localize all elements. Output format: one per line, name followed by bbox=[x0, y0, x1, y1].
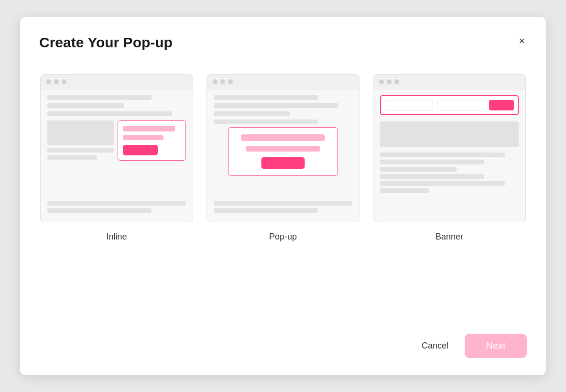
content-line bbox=[214, 111, 290, 116]
dialog-footer: Cancel Next bbox=[39, 334, 527, 358]
dialog-title: Create Your Pop-up bbox=[39, 34, 173, 51]
banner-image-block bbox=[380, 121, 519, 147]
inline-mockup bbox=[40, 74, 193, 222]
option-banner[interactable]: Banner bbox=[373, 74, 526, 315]
dot-1 bbox=[213, 79, 218, 84]
options-row: Inline bbox=[39, 74, 527, 315]
browser-bar-banner bbox=[373, 75, 525, 89]
content-line bbox=[47, 103, 124, 108]
content-line bbox=[380, 160, 484, 164]
content-line bbox=[47, 155, 97, 160]
content-line bbox=[47, 111, 172, 116]
inline-popup-form bbox=[118, 120, 186, 161]
content-line bbox=[47, 148, 114, 152]
dot-1 bbox=[379, 79, 384, 84]
next-button[interactable]: Next bbox=[465, 334, 527, 358]
content-line bbox=[380, 188, 429, 193]
popup-pink-bar-sm bbox=[246, 146, 320, 152]
option-popup[interactable]: Pop-up bbox=[207, 74, 359, 315]
close-button[interactable]: × bbox=[517, 34, 527, 48]
content-line bbox=[380, 152, 505, 157]
option-inline[interactable]: Inline bbox=[40, 74, 193, 315]
popup-cta-button bbox=[261, 157, 305, 169]
dot-2 bbox=[220, 79, 225, 84]
option-label-inline: Inline bbox=[106, 232, 127, 242]
banner-cta-button bbox=[489, 100, 514, 110]
content-line bbox=[214, 95, 318, 100]
two-col-area bbox=[47, 120, 186, 161]
content-line bbox=[214, 208, 318, 213]
content-line bbox=[380, 167, 457, 172]
banner-lines bbox=[380, 152, 519, 193]
inline-content bbox=[41, 89, 193, 218]
popup-mockup bbox=[207, 74, 359, 222]
banner-content bbox=[373, 89, 525, 218]
popup-content bbox=[207, 89, 359, 218]
browser-bar-inline bbox=[41, 75, 193, 89]
option-label-banner: Banner bbox=[435, 232, 463, 242]
cancel-button[interactable]: Cancel bbox=[414, 336, 456, 356]
dot-2 bbox=[387, 79, 392, 84]
pink-bar bbox=[123, 126, 175, 131]
banner-mockup bbox=[373, 74, 526, 222]
content-line bbox=[214, 120, 318, 124]
content-line bbox=[47, 95, 152, 100]
content-line bbox=[47, 201, 186, 206]
dot-3 bbox=[62, 79, 66, 84]
option-label-popup: Pop-up bbox=[269, 232, 297, 242]
popup-form bbox=[229, 127, 338, 176]
image-placeholder bbox=[47, 120, 114, 145]
content-line bbox=[47, 208, 152, 213]
banner-input-field-2 bbox=[437, 100, 485, 110]
dot-2 bbox=[54, 79, 59, 84]
content-line bbox=[380, 174, 484, 179]
popup-pink-bar bbox=[241, 134, 325, 141]
browser-bar-popup bbox=[207, 75, 359, 89]
pink-bar-sm bbox=[123, 135, 163, 140]
dot-3 bbox=[228, 79, 233, 84]
content-line bbox=[214, 201, 352, 206]
right-block bbox=[118, 120, 186, 161]
dialog-header: Create Your Pop-up × bbox=[39, 34, 527, 51]
left-block bbox=[47, 120, 114, 161]
banner-strip bbox=[380, 95, 519, 115]
dot-3 bbox=[394, 79, 399, 84]
content-line bbox=[380, 181, 505, 186]
banner-input-field bbox=[385, 100, 433, 110]
create-popup-dialog: Create Your Pop-up × bbox=[20, 17, 546, 375]
content-line bbox=[214, 103, 338, 108]
inline-cta-button bbox=[123, 145, 157, 155]
dot-1 bbox=[46, 79, 51, 84]
